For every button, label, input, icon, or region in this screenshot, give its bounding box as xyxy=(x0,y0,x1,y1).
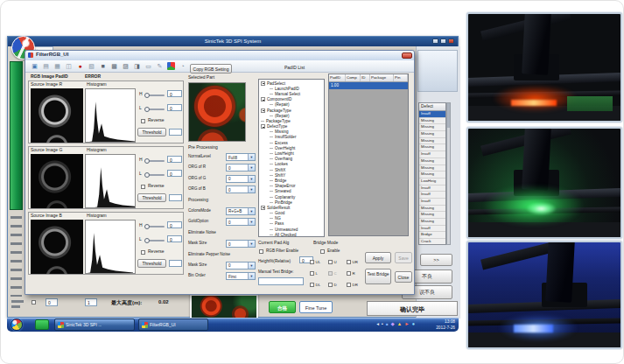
preprocessing-dropdown[interactable]: 0 xyxy=(226,175,256,183)
preprocessing-dropdown[interactable]: 0 xyxy=(226,164,256,172)
defect-row[interactable]: Missing xyxy=(419,131,445,138)
manual-test-bridge-input[interactable] xyxy=(258,277,304,285)
toolbar-icon[interactable]: ■ xyxy=(99,62,107,70)
bridge-direction-cell[interactable]: C xyxy=(328,268,347,279)
toolbar-icon[interactable]: ▭ xyxy=(144,62,152,70)
toolbar-icon[interactable]: ▣ xyxy=(31,62,39,70)
preprocessing-dropdown[interactable]: 0 xyxy=(226,262,256,270)
padid-column-header[interactable]: Comp xyxy=(346,74,361,81)
defect-row[interactable]: Missing xyxy=(419,165,445,172)
defect-row[interactable]: LowHeig xyxy=(419,178,445,186)
threshold-button[interactable]: Threshold xyxy=(137,259,166,268)
toolbar-icon[interactable]: ◔ xyxy=(179,62,186,70)
threshold-value[interactable] xyxy=(169,260,182,267)
reverse-checkbox[interactable] xyxy=(141,185,145,189)
l-slider[interactable] xyxy=(145,174,165,176)
tree-expander-icon[interactable] xyxy=(261,206,265,210)
start-button[interactable] xyxy=(11,318,23,331)
copy-rgb-setting-button[interactable]: Copy RGB Setting xyxy=(190,64,232,74)
bridge-direction-cell[interactable]: UR xyxy=(347,256,365,268)
tree-expander-icon[interactable] xyxy=(270,148,273,149)
l-value-input[interactable]: 0 xyxy=(167,235,182,242)
apply-button[interactable]: Apply xyxy=(365,252,391,263)
bridge-direction-checkbox[interactable] xyxy=(310,260,314,264)
preprocessing-dropdown[interactable]: 0 xyxy=(226,186,256,193)
tree-expander-icon[interactable] xyxy=(270,202,273,203)
defect-row[interactable]: Crack xyxy=(419,239,445,245)
bridge-direction-cell[interactable]: R xyxy=(347,268,365,279)
minimize-button[interactable] xyxy=(432,38,438,44)
tree-expander-icon[interactable] xyxy=(270,131,273,132)
confirm-complete-button[interactable]: 确认完毕 xyxy=(367,301,458,316)
h-slider[interactable] xyxy=(145,160,165,162)
tree-expander-icon[interactable] xyxy=(270,223,273,224)
defect-row[interactable]: Insuff xyxy=(419,226,445,233)
toolbar-icon[interactable]: ● xyxy=(76,62,84,70)
tree-expander-icon[interactable] xyxy=(261,124,265,129)
tree-expander-icon[interactable] xyxy=(270,234,273,235)
test-bridge-button[interactable]: Test Bridge xyxy=(365,269,391,284)
bridge-direction-checkbox[interactable] xyxy=(347,260,351,264)
tree-expander-icon[interactable] xyxy=(270,116,273,116)
toolbar-icon[interactable]: ❖ xyxy=(167,62,175,70)
close-dialog-button[interactable]: Close xyxy=(395,271,412,283)
tree-expander-icon[interactable] xyxy=(261,81,265,86)
bridge-direction-checkbox[interactable] xyxy=(328,260,333,264)
rgb-filter-enable-checkbox[interactable] xyxy=(259,249,263,254)
tree-expander-icon[interactable] xyxy=(270,186,273,186)
threshold-button[interactable]: Threshold xyxy=(137,193,166,202)
defect-row[interactable]: Insuff xyxy=(419,199,445,206)
reverse-checkbox[interactable] xyxy=(141,119,145,123)
pass-button[interactable]: 合格 xyxy=(269,301,296,313)
bridge-direction-checkbox[interactable] xyxy=(328,283,333,287)
tree-expander-icon[interactable] xyxy=(270,170,273,171)
l-slider[interactable] xyxy=(145,108,165,110)
threshold-button[interactable]: Threshold xyxy=(137,128,166,136)
tree-expander-icon[interactable] xyxy=(261,121,264,122)
tree-expander-icon[interactable] xyxy=(270,180,273,181)
tray-icon[interactable]: ► xyxy=(404,322,409,327)
tree-expander-icon[interactable] xyxy=(261,108,265,113)
preprocessing-dropdown[interactable]: R+G+B xyxy=(226,207,256,215)
tree-expander-icon[interactable] xyxy=(261,97,265,102)
taskbar-button-filter[interactable]: FilterRGB_UI xyxy=(138,318,208,331)
padid-table[interactable]: PadIDCompIDPackagePin 1.00 xyxy=(328,74,409,236)
tree-expander-icon[interactable] xyxy=(270,88,273,89)
preprocessing-dropdown[interactable]: 0 xyxy=(226,218,256,226)
close-button[interactable] xyxy=(448,38,454,44)
tray-icon[interactable]: ◂ xyxy=(376,322,379,327)
tree-expander-icon[interactable] xyxy=(270,213,273,214)
defect-row[interactable]: Missing xyxy=(419,118,445,125)
h-slider[interactable] xyxy=(145,226,165,228)
defect-row[interactable]: Insuff xyxy=(419,151,445,158)
tree-expander-icon[interactable] xyxy=(270,218,273,219)
bridge-direction-cell[interactable]: U xyxy=(328,256,347,268)
bridge-direction-cell[interactable]: UL xyxy=(310,256,328,268)
bridge-direction-cell[interactable]: D xyxy=(328,279,347,290)
defect-row[interactable]: Insuff xyxy=(419,111,445,118)
threshold-value[interactable] xyxy=(169,194,182,201)
tree-expander-icon[interactable] xyxy=(270,158,273,159)
tree-expander-icon[interactable] xyxy=(270,229,273,230)
toolbar-icon[interactable]: ▨ xyxy=(122,62,130,70)
h-slider[interactable] xyxy=(145,94,165,96)
bridge-direction-checkbox[interactable] xyxy=(347,283,351,287)
defect-row[interactable]: Insuff xyxy=(419,186,445,192)
padid-column-header[interactable]: Package xyxy=(370,74,394,81)
l-slider[interactable] xyxy=(145,240,165,242)
tree-expander-icon[interactable] xyxy=(270,197,273,198)
fine-tune-button[interactable]: Fine Tune xyxy=(299,301,333,313)
tree-expander-icon[interactable] xyxy=(270,136,273,137)
statusbar-field-1[interactable]: 0 xyxy=(46,298,58,306)
padid-column-header[interactable]: PadID xyxy=(329,74,346,81)
tray-icon[interactable]: ▪ xyxy=(382,322,383,327)
toolbar-icon[interactable]: ▩ xyxy=(110,62,118,70)
preprocessing-dropdown[interactable]: First Noise xyxy=(226,272,256,280)
defect-row[interactable]: Missing xyxy=(419,124,445,131)
bridge-direction-cell[interactable]: DL xyxy=(310,279,328,290)
tree-expander-icon[interactable] xyxy=(270,164,273,164)
threshold-value[interactable] xyxy=(169,129,182,136)
h-value-input[interactable]: 0 xyxy=(167,156,182,163)
padid-selected-row[interactable]: 1.00 xyxy=(329,82,408,89)
tray-icon[interactable]: ● xyxy=(412,322,415,327)
